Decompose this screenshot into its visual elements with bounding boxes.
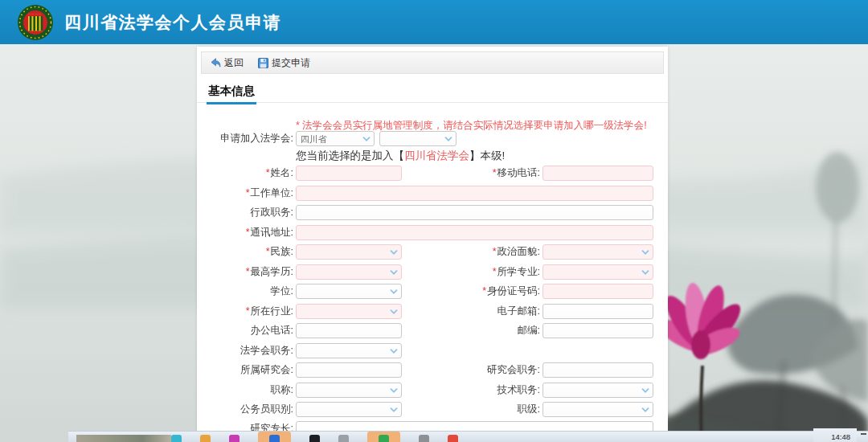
back-button[interactable]: 返回 (210, 56, 244, 70)
application-page: 四川省法学会个人会员申请 返回 提交申请 基本信息 * 法 (0, 0, 868, 442)
title-label: 职称: (197, 383, 293, 398)
postcode-label: 邮编: (402, 323, 540, 338)
name-label: *姓名: (197, 166, 293, 181)
address-label: *通讯地址: (197, 225, 293, 240)
app-header: 四川省法学会个人会员申请 (0, 0, 868, 44)
join-society-row: 申请加入法学会: 四川省 (197, 131, 668, 147)
form-row: *工作单位: (197, 186, 668, 202)
name-input[interactable] (296, 166, 402, 181)
grade-label: 职级: (402, 402, 540, 417)
province-select[interactable]: 四川省 (296, 131, 375, 146)
section-divider (197, 102, 668, 103)
admin-post-label: 行政职务: (197, 205, 293, 220)
app-icon-active[interactable] (367, 432, 400, 442)
major-label: *所学专业: (402, 264, 540, 280)
submit-application-button[interactable]: 提交申请 (258, 56, 310, 70)
grade-select[interactable] (542, 402, 653, 417)
research-post-label: 研究会职务: (402, 362, 540, 378)
research-society-label: 所属研究会: (197, 362, 293, 378)
id-number-input[interactable] (542, 284, 653, 299)
form-row: *姓名: *移动电话: (197, 166, 668, 182)
form-row: 所属研究会: 研究会职务: (197, 362, 668, 379)
chevron-down-icon (444, 137, 452, 142)
law-society-logo-icon (17, 4, 54, 41)
form-row: *所在行业: 电子邮箱: (197, 304, 668, 320)
address-input[interactable] (296, 225, 653, 240)
taskbar-clock: 14:48 (813, 428, 857, 442)
ethnicity-select[interactable] (296, 244, 402, 260)
form-row: 行政职务: (197, 205, 668, 221)
office-phone-label: 办公电话: (197, 323, 293, 338)
taskbar: 14:48 (68, 431, 868, 442)
chevron-down-icon (390, 309, 398, 315)
chevron-down-icon (390, 349, 398, 354)
postcode-input[interactable] (542, 323, 653, 338)
email-input[interactable] (542, 304, 653, 319)
chevron-down-icon (641, 250, 649, 256)
degree-label: 学位: (197, 284, 293, 299)
app-icon[interactable] (338, 435, 349, 442)
chevron-down-icon (641, 270, 649, 276)
chevron-down-icon (641, 407, 649, 413)
chevron-down-icon (390, 250, 398, 256)
app-icon[interactable] (419, 435, 429, 442)
admin-post-input[interactable] (296, 205, 653, 220)
form-row: *最高学历: *所学专业: (197, 264, 668, 280)
back-button-label: 返回 (224, 56, 244, 70)
form-row: 公务员职别: 职级: (197, 402, 668, 418)
section-title-basic-info: 基本信息 (207, 84, 256, 104)
app-icon[interactable] (229, 435, 240, 442)
chevron-down-icon (362, 137, 371, 142)
tech-post-label: 技术职务: (402, 383, 540, 398)
political-status-label: *政治面貌: (402, 244, 540, 260)
chevron-down-icon (390, 289, 398, 295)
app-icon[interactable] (448, 435, 458, 442)
chevron-down-icon (390, 407, 398, 413)
title-select[interactable] (296, 383, 402, 398)
taskbar-icons (171, 432, 458, 442)
mobile-label: *移动电话: (402, 166, 540, 181)
ethnicity-label: *民族: (197, 244, 293, 260)
office-phone-input[interactable] (296, 323, 402, 338)
form-row: *通讯地址: (197, 225, 668, 241)
form-row: 办公电话: 邮编: (197, 323, 668, 339)
desktop-thumbnail[interactable] (76, 435, 171, 442)
chevron-down-icon (641, 388, 649, 394)
research-post-input[interactable] (542, 362, 653, 378)
form-row: 职称: 技术职务: (197, 383, 668, 399)
education-label: *最高学历: (197, 264, 293, 280)
degree-select[interactable] (296, 284, 402, 299)
civil-rank-select[interactable] (296, 402, 402, 417)
society-post-select[interactable] (296, 343, 402, 358)
chevron-down-icon (390, 270, 398, 276)
current-selection-text: 您当前选择的是加入【四川省法学会】本级! (296, 149, 505, 163)
industry-select[interactable] (296, 304, 402, 319)
back-icon (210, 58, 221, 68)
form-row: 法学会职务: (197, 343, 668, 359)
show-desktop-button[interactable] (861, 433, 866, 435)
current-selection-highlight: 四川省法学会 (404, 149, 469, 162)
political-status-select[interactable] (542, 244, 653, 260)
major-select[interactable] (542, 264, 653, 280)
city-select[interactable] (379, 131, 457, 146)
id-number-label: *身份证号码: (402, 284, 540, 299)
content-panel: 返回 提交申请 基本信息 * 法学会会员实行属地管理制度，请结合实际情况选择要申… (197, 47, 668, 442)
research-society-input[interactable] (296, 362, 402, 378)
form-row: *民族: *政治面貌: (197, 244, 668, 260)
education-select[interactable] (296, 264, 402, 280)
toolbar: 返回 提交申请 (201, 51, 664, 74)
app-icon[interactable] (171, 435, 182, 442)
app-icon[interactable] (309, 435, 320, 442)
industry-label: *所在行业: (197, 304, 293, 319)
submit-button-label: 提交申请 (272, 56, 310, 70)
tech-post-select[interactable] (542, 383, 653, 398)
civil-rank-label: 公务员职别: (197, 402, 293, 417)
mobile-input[interactable] (542, 166, 653, 181)
app-icon-active[interactable] (258, 432, 291, 442)
app-icon[interactable] (200, 435, 211, 442)
email-label: 电子邮箱: (402, 304, 540, 319)
society-post-label: 法学会职务: (197, 343, 293, 358)
work-unit-input[interactable] (296, 186, 653, 201)
join-society-label: 申请加入法学会: (197, 131, 293, 146)
chevron-down-icon (390, 388, 398, 394)
